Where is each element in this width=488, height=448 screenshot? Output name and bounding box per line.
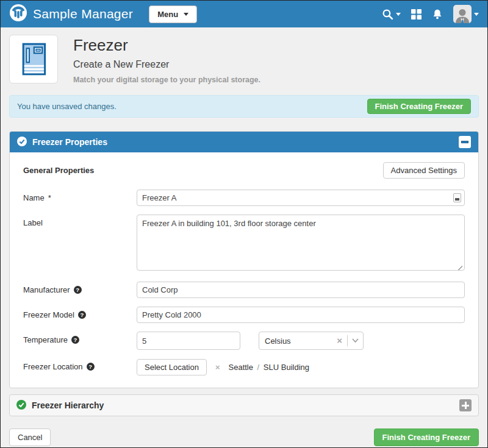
freezer-hierarchy-panel-header[interactable]: Freezer Hierarchy xyxy=(9,394,479,416)
alert-message: You have unsaved changes. xyxy=(17,102,117,111)
avatar-image xyxy=(453,5,472,23)
location-building: SLU Building xyxy=(264,363,309,372)
freezer-properties-panel: Freezer Properties General Properties Ad… xyxy=(9,131,479,388)
model-label: Freezer Model ? xyxy=(23,307,137,319)
search-caret-icon xyxy=(396,13,401,16)
remove-location-icon[interactable]: × xyxy=(215,363,220,372)
label-textarea[interactable]: Freezer A in building 101, 3rd floor sto… xyxy=(137,215,465,271)
section-title: General Properties xyxy=(23,166,94,175)
field-row-name: Name * xyxy=(23,190,465,206)
input-adornment-icon xyxy=(453,193,461,202)
name-input[interactable] xyxy=(137,190,465,206)
app-logo-icon xyxy=(9,4,27,24)
field-row-label: Label Freezer A in building 101, 3rd flo… xyxy=(23,215,465,273)
model-input[interactable] xyxy=(137,307,465,323)
select-location-button[interactable]: Select Location xyxy=(137,359,207,375)
panel-title: Freezer Properties xyxy=(32,137,107,147)
field-row-model: Freezer Model ? xyxy=(23,307,465,323)
search-icon[interactable] xyxy=(382,9,401,20)
required-marker: * xyxy=(48,193,51,202)
label-label: Label xyxy=(23,215,137,227)
manufacturer-input[interactable] xyxy=(137,282,465,298)
app-brand[interactable]: Sample Manager xyxy=(9,4,133,24)
unsaved-changes-alert: You have unsaved changes. Finish Creatin… xyxy=(9,95,479,118)
page-description: Match your digital storage to your physi… xyxy=(73,76,260,84)
temperature-input[interactable] xyxy=(137,332,240,350)
clear-selection-icon[interactable]: × xyxy=(337,336,347,346)
minus-icon xyxy=(461,141,468,143)
caret-down-icon xyxy=(184,13,188,16)
chevron-down-icon[interactable] xyxy=(348,338,359,343)
page-subtitle: Create a New Freezer xyxy=(73,59,260,70)
expand-panel-button[interactable] xyxy=(459,399,472,411)
app-title: Sample Manager xyxy=(33,7,133,21)
manufacturer-label: Manufacturer ? xyxy=(23,282,137,294)
avatar-caret-icon xyxy=(474,13,479,16)
finish-creating-freezer-button-top[interactable]: Finish Creating Freezer xyxy=(367,99,471,114)
user-avatar[interactable] xyxy=(453,5,479,23)
temperature-units-select[interactable]: Celsius × xyxy=(259,332,364,350)
check-circle-icon xyxy=(17,137,27,148)
notifications-bell-icon[interactable] xyxy=(432,9,443,20)
field-row-temperature: Temperature ? Celsius × xyxy=(23,332,465,350)
page-header: Freezer Create a New Freezer Match your … xyxy=(9,35,479,84)
hierarchy-panel-title: Freezer Hierarchy xyxy=(32,400,104,410)
breadcrumb-separator: / xyxy=(256,363,262,372)
location-breadcrumb: Seattle / SLU Building xyxy=(229,363,310,372)
menu-button-label: Menu xyxy=(157,10,178,19)
page-title: Freezer xyxy=(73,36,260,55)
selected-units: Celsius xyxy=(265,336,337,346)
cancel-button[interactable]: Cancel xyxy=(9,428,51,446)
field-row-location: Freezer Location ? Select Location × Sea… xyxy=(23,358,465,375)
menu-button[interactable]: Menu xyxy=(149,5,197,23)
top-navbar: Sample Manager Menu xyxy=(1,1,487,27)
advanced-settings-button[interactable]: Advanced Settings xyxy=(383,162,465,179)
freezer-icon xyxy=(9,35,58,84)
check-circle-green-icon xyxy=(16,400,26,411)
question-circle-icon[interactable]: ? xyxy=(74,286,82,294)
freezer-properties-header[interactable]: Freezer Properties xyxy=(10,132,478,152)
temperature-label: Temperature ? xyxy=(23,332,137,344)
form-footer: Cancel Finish Creating Freezer xyxy=(9,428,479,446)
field-row-manufacturer: Manufacturer ? xyxy=(23,282,465,298)
location-label: Freezer Location ? xyxy=(23,358,137,371)
question-circle-icon[interactable]: ? xyxy=(78,311,86,319)
question-circle-icon[interactable]: ? xyxy=(71,336,79,344)
finish-creating-freezer-button[interactable]: Finish Creating Freezer xyxy=(374,428,479,446)
apps-grid-icon[interactable] xyxy=(411,9,422,20)
collapse-panel-button[interactable] xyxy=(459,136,471,148)
location-site: Seattle xyxy=(229,363,253,372)
question-circle-icon[interactable]: ? xyxy=(87,363,95,371)
name-label: Name * xyxy=(23,190,137,202)
